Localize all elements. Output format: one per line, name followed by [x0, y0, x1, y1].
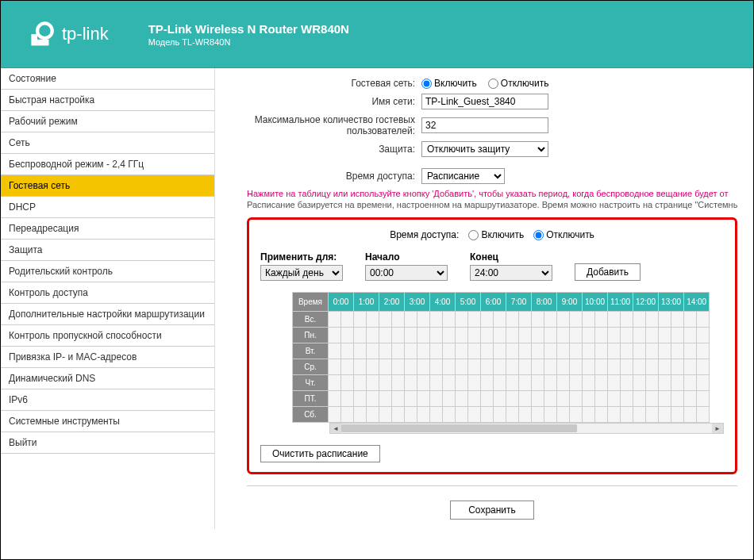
time-cell[interactable]	[494, 343, 506, 359]
time-cell[interactable]	[354, 359, 367, 375]
time-cell[interactable]	[684, 343, 697, 359]
time-cell[interactable]	[405, 359, 417, 375]
time-cell[interactable]	[595, 407, 608, 423]
time-cell[interactable]	[595, 312, 608, 328]
time-cell[interactable]	[443, 359, 456, 375]
time-cell[interactable]	[481, 391, 494, 407]
time-cell[interactable]	[608, 312, 621, 328]
time-cell[interactable]	[506, 407, 519, 423]
time-cell[interactable]	[621, 343, 633, 359]
time-cell[interactable]	[405, 375, 417, 391]
time-cell[interactable]	[633, 343, 646, 359]
time-cell[interactable]	[532, 391, 544, 407]
time-cell[interactable]	[456, 391, 468, 407]
time-cell[interactable]	[583, 328, 595, 343]
time-cell[interactable]	[417, 391, 430, 407]
time-cell[interactable]	[646, 407, 659, 423]
time-cell[interactable]	[468, 391, 481, 407]
sidebar-item-9[interactable]: Родительский контроль	[1, 261, 214, 282]
time-cell[interactable]	[570, 328, 583, 343]
time-cell[interactable]	[659, 391, 671, 407]
time-cell[interactable]	[519, 343, 532, 359]
time-cell[interactable]	[341, 375, 354, 391]
time-cell[interactable]	[697, 343, 710, 359]
time-cell[interactable]	[430, 328, 443, 343]
time-cell[interactable]	[367, 391, 379, 407]
time-cell[interactable]	[405, 391, 417, 407]
time-cell[interactable]	[494, 328, 506, 343]
time-cell[interactable]	[557, 312, 570, 328]
time-cell[interactable]	[354, 328, 367, 343]
time-cell[interactable]	[481, 312, 494, 328]
time-cell[interactable]	[621, 312, 633, 328]
time-cell[interactable]	[329, 328, 341, 343]
time-cell[interactable]	[506, 343, 519, 359]
time-cell[interactable]	[671, 391, 684, 407]
time-cell[interactable]	[595, 359, 608, 375]
time-cell[interactable]	[621, 375, 633, 391]
time-cell[interactable]	[684, 312, 697, 328]
time-cell[interactable]	[570, 375, 583, 391]
time-cell[interactable]	[367, 375, 379, 391]
time-cell[interactable]	[659, 328, 671, 343]
time-cell[interactable]	[417, 312, 430, 328]
time-cell[interactable]	[697, 391, 710, 407]
time-cell[interactable]	[430, 343, 443, 359]
time-cell[interactable]	[544, 343, 557, 359]
time-cell[interactable]	[329, 375, 341, 391]
sidebar-item-16[interactable]: Системные инструменты	[1, 411, 214, 432]
time-cell[interactable]	[570, 407, 583, 423]
time-cell[interactable]	[430, 359, 443, 375]
time-cell[interactable]	[379, 375, 392, 391]
time-cell[interactable]	[494, 391, 506, 407]
scrollbar-thumb[interactable]	[341, 424, 577, 432]
time-cell[interactable]	[532, 312, 544, 328]
time-cell[interactable]	[468, 343, 481, 359]
time-cell[interactable]	[456, 359, 468, 375]
time-cell[interactable]	[684, 375, 697, 391]
time-cell[interactable]	[671, 312, 684, 328]
time-cell[interactable]	[621, 328, 633, 343]
time-cell[interactable]	[392, 359, 405, 375]
sidebar-item-7[interactable]: Переадресация	[1, 218, 214, 240]
time-cell[interactable]	[481, 375, 494, 391]
time-cell[interactable]	[659, 312, 671, 328]
apply-for-select[interactable]: Каждый день	[260, 265, 343, 281]
time-cell[interactable]	[443, 328, 456, 343]
time-cell[interactable]	[519, 391, 532, 407]
time-cell[interactable]	[621, 391, 633, 407]
time-cell[interactable]	[684, 359, 697, 375]
time-cell[interactable]	[544, 359, 557, 375]
time-cell[interactable]	[468, 375, 481, 391]
time-cell[interactable]	[341, 343, 354, 359]
time-cell[interactable]	[557, 375, 570, 391]
horizontal-scrollbar[interactable]: ◄ ►	[329, 423, 724, 434]
time-cell[interactable]	[697, 359, 710, 375]
time-cell[interactable]	[392, 407, 405, 423]
time-cell[interactable]	[468, 328, 481, 343]
time-cell[interactable]	[494, 359, 506, 375]
time-cell[interactable]	[646, 391, 659, 407]
time-cell[interactable]	[557, 391, 570, 407]
time-cell[interactable]	[379, 407, 392, 423]
sidebar-item-14[interactable]: Динамический DNS	[1, 368, 214, 389]
time-cell[interactable]	[456, 375, 468, 391]
sidebar-item-3[interactable]: Сеть	[1, 132, 214, 154]
time-cell[interactable]	[506, 328, 519, 343]
time-cell[interactable]	[519, 407, 532, 423]
time-cell[interactable]	[557, 407, 570, 423]
time-cell[interactable]	[354, 375, 367, 391]
time-cell[interactable]	[468, 407, 481, 423]
time-cell[interactable]	[697, 375, 710, 391]
time-cell[interactable]	[621, 407, 633, 423]
time-cell[interactable]	[392, 391, 405, 407]
time-cell[interactable]	[646, 359, 659, 375]
time-cell[interactable]	[417, 359, 430, 375]
time-cell[interactable]	[633, 391, 646, 407]
time-cell[interactable]	[557, 343, 570, 359]
scroll-left-arrow[interactable]: ◄	[330, 424, 341, 433]
time-cell[interactable]	[417, 343, 430, 359]
time-cell[interactable]	[430, 407, 443, 423]
time-cell[interactable]	[544, 375, 557, 391]
time-cell[interactable]	[379, 359, 392, 375]
